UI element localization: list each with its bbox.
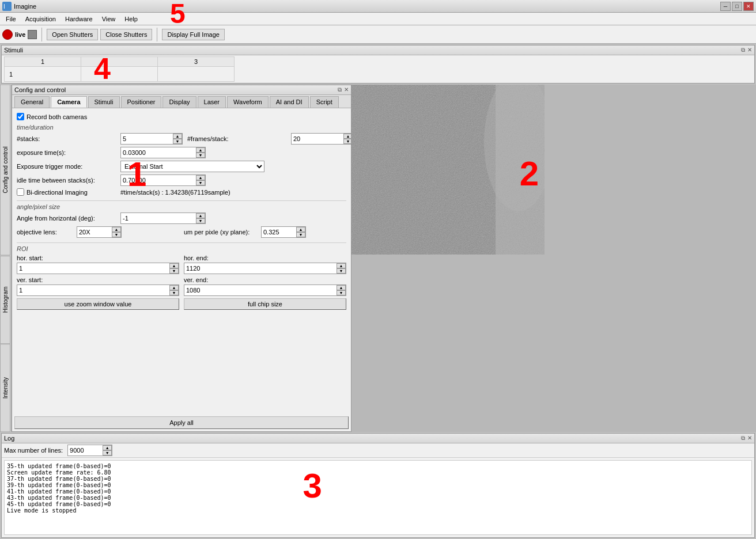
log-float-button[interactable]: ⧉ (741, 435, 745, 442)
exposure-input[interactable] (121, 149, 196, 157)
angle-down[interactable]: ▼ (196, 218, 205, 223)
stimuli-col-3: 3 (158, 57, 235, 67)
objective-down[interactable]: ▼ (112, 232, 121, 237)
apply-all-button[interactable]: Apply all (14, 416, 349, 429)
frames-input[interactable] (292, 135, 343, 143)
hor-start-input[interactable] (17, 264, 169, 272)
open-shutters-button[interactable]: Open Shutters (47, 29, 98, 40)
roi-ver-row: ver. start: ▲ ▼ ver. end: (17, 276, 346, 296)
tab-general[interactable]: General (14, 96, 50, 108)
zoom-window-button[interactable]: use zoom window value (17, 298, 179, 310)
hor-start-down[interactable]: ▼ (169, 268, 179, 274)
full-chip-size-button[interactable]: full chip size (184, 298, 346, 310)
hor-end-down[interactable]: ▼ (337, 268, 346, 274)
menu-acquisition[interactable]: Acquisition (21, 14, 61, 24)
stimuli-title: Stimuli (4, 47, 23, 54)
config-close-button[interactable]: ✕ (344, 86, 349, 93)
tab-positioner[interactable]: Positioner (121, 96, 162, 108)
log-line-5: 43-th updated frame(0-based)=0 (7, 495, 749, 501)
tab-laser[interactable]: Laser (198, 96, 226, 108)
tab-waveform[interactable]: Waveform (227, 96, 269, 108)
stimuli-close-button[interactable]: ✕ (747, 47, 752, 54)
objective-up[interactable]: ▲ (112, 227, 121, 232)
idle-down[interactable]: ▼ (196, 180, 205, 185)
title-text: Imagine (14, 3, 36, 10)
close-shutters-button[interactable]: Close Shutters (100, 29, 152, 40)
separator-1 (41, 28, 42, 41)
maximize-button[interactable]: □ (732, 2, 742, 11)
tab-bar: General Camera Stimuli Positioner Displa… (12, 95, 351, 108)
um-down[interactable]: ▼ (296, 232, 305, 237)
tab-stimuli[interactable]: Stimuli (88, 96, 120, 108)
log-max-input[interactable] (68, 446, 103, 454)
stimuli-float-button[interactable]: ⧉ (741, 47, 745, 54)
menu-help[interactable]: Help (120, 14, 142, 24)
log-content[interactable]: 35-th updated frame(0-based)=0 Screen up… (4, 460, 752, 535)
tab-display[interactable]: Display (162, 96, 196, 108)
log-line-0: 35-th updated frame(0-based)=0 (7, 463, 749, 469)
stacks-label: #stacks: (17, 135, 120, 142)
angle-row: Angle from horizontal (deg): ▲ ▼ (17, 212, 346, 224)
close-button[interactable]: ✕ (743, 2, 754, 11)
stimuli-col-empty (81, 57, 158, 67)
side-label-intensity[interactable]: Intensity (0, 344, 10, 432)
um-input[interactable] (262, 228, 296, 236)
menu-view[interactable]: View (97, 14, 120, 24)
stacks-down[interactable]: ▼ (173, 139, 182, 144)
ver-end-up[interactable]: ▲ (337, 285, 346, 290)
log-line-1: Screen update frame rate: 6.80 (7, 469, 749, 476)
exposure-up[interactable]: ▲ (196, 147, 205, 153)
hor-start-up[interactable]: ▲ (169, 263, 179, 268)
hor-start-wrap: ▲ ▼ (17, 263, 179, 274)
side-label-histogram[interactable]: Histogram (0, 256, 10, 344)
log-close-button[interactable]: ✕ (747, 435, 752, 442)
menu-hardware[interactable]: Hardware (61, 14, 97, 24)
ver-end-down[interactable]: ▼ (337, 290, 346, 295)
ver-start-up[interactable]: ▲ (169, 285, 179, 290)
log-max-label: Max number of lines: (4, 447, 63, 454)
um-up[interactable]: ▲ (296, 227, 305, 232)
bidirectional-row: Bi-directional Imaging #time/stack(s) : … (17, 188, 346, 196)
frames-down[interactable]: ▼ (343, 139, 351, 144)
bidirectional-checkbox[interactable] (17, 188, 24, 196)
ver-end-input[interactable] (184, 286, 337, 294)
tab-script[interactable]: Script (310, 96, 339, 108)
idle-up[interactable]: ▲ (196, 175, 205, 180)
angle-up[interactable]: ▲ (196, 213, 205, 218)
hor-end-wrap: ▲ ▼ (184, 263, 346, 274)
frames-up[interactable]: ▲ (343, 134, 351, 139)
record-cameras-checkbox[interactable] (17, 113, 24, 120)
ver-start-down[interactable]: ▼ (169, 290, 179, 295)
objective-input[interactable] (77, 228, 112, 236)
idle-input-wrap: ▲ ▼ (120, 174, 206, 186)
record-cameras-row: Bi-directional Imaging Record both camer… (17, 113, 346, 120)
angle-input-wrap: ▲ ▼ (120, 212, 206, 224)
ver-start-input[interactable] (17, 286, 169, 294)
stacks-input[interactable] (121, 135, 173, 143)
image-area: 2 (351, 85, 756, 432)
trigger-select[interactable]: External Start Internal External Exposur… (120, 161, 264, 172)
menu-file[interactable]: File (1, 14, 21, 24)
side-label-config[interactable]: Config and control (0, 85, 10, 256)
tab-ai-di[interactable]: AI and DI (270, 96, 309, 108)
hor-end-input[interactable] (184, 264, 337, 272)
hor-end-up[interactable]: ▲ (337, 263, 346, 268)
trigger-label: Exposure trigger mode: (17, 163, 120, 170)
config-float-button[interactable]: ⧉ (338, 86, 342, 93)
minimize-button[interactable]: ─ (720, 2, 731, 11)
angle-input[interactable] (121, 214, 196, 222)
stacks-input-wrap: ▲ ▼ (120, 133, 183, 145)
stop-button[interactable] (28, 30, 37, 39)
exposure-down[interactable]: ▼ (196, 153, 205, 158)
tab-camera[interactable]: Camera (51, 96, 86, 108)
roi-hor-row: hor. start: ▲ ▼ hor. end: (17, 255, 346, 274)
middle-row: Config and control Histogram Intensity C… (0, 85, 756, 432)
stacks-up[interactable]: ▲ (173, 134, 182, 139)
display-full-image-button[interactable]: Display Full Image (162, 29, 224, 40)
stimuli-row-1-col-2 (81, 67, 158, 82)
idle-input[interactable] (121, 176, 196, 184)
log-max-down[interactable]: ▼ (103, 450, 112, 456)
roi-buttons: use zoom window value full chip size (17, 298, 346, 310)
log-max-up[interactable]: ▲ (103, 445, 112, 450)
frames-input-wrap: ▲ ▼ (291, 133, 351, 145)
